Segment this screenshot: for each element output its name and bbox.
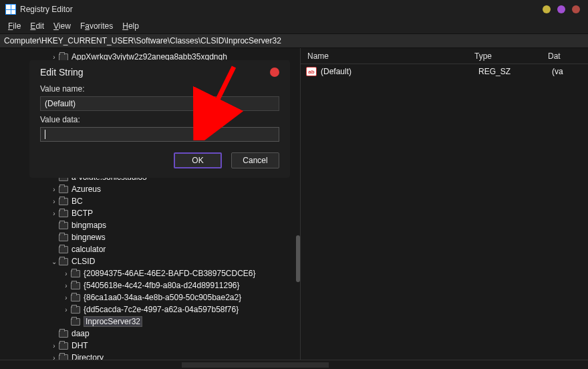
tree-item-label: BC	[71, 197, 83, 206]
folder-icon	[59, 258, 68, 265]
folder-icon	[59, 354, 68, 360]
tree-item-label: {86ca1aa0-34aa-4e8b-a509-50c905bae2a2}	[84, 293, 241, 302]
status-chunk	[182, 362, 329, 368]
tree-item[interactable]: ·bingnews	[0, 231, 300, 243]
value-type: REG_SZ	[478, 67, 552, 76]
tree-item[interactable]: ›{dd5cacda-7c2e-4997-a62a-04a597b58f76}	[0, 303, 300, 316]
address-text: Computer\HKEY_CURRENT_USER\Software\Clas…	[4, 36, 281, 45]
tree-item-label: Directory	[71, 353, 104, 360]
values-pane[interactable]: Name Type Dat ab (Default) REG_SZ (va	[301, 48, 588, 360]
values-header[interactable]: Name Type Dat	[301, 48, 588, 64]
menu-bar: File Edit View Favorites Help	[0, 19, 588, 33]
chevron-none: ·	[49, 234, 59, 241]
chevron-right-icon[interactable]: ›	[49, 342, 59, 350]
tree-item-label: Azureus	[71, 184, 101, 194]
address-bar[interactable]: Computer\HKEY_CURRENT_USER\Software\Clas…	[0, 33, 588, 48]
chevron-none: ·	[49, 222, 59, 229]
chevron-none: ·	[49, 330, 59, 338]
cancel-button[interactable]: Cancel	[231, 152, 279, 168]
folder-icon	[71, 318, 80, 326]
chevron-right-icon[interactable]: ›	[61, 282, 71, 289]
tree-item[interactable]: ·daap	[0, 328, 300, 340]
folder-icon	[59, 234, 68, 241]
ok-button[interactable]: OK	[174, 152, 222, 168]
maximize-button[interactable]	[557, 5, 565, 13]
regedit-icon	[5, 4, 16, 15]
close-button[interactable]	[572, 5, 580, 13]
tree-item[interactable]: ›BC	[0, 195, 300, 207]
chevron-right-icon[interactable]: ›	[61, 294, 71, 301]
col-type[interactable]: Type	[474, 51, 548, 61]
chevron-right-icon[interactable]: ›	[49, 210, 59, 217]
edit-string-dialog: Edit String Value name: Value data: OK C…	[29, 60, 290, 178]
status-bar	[0, 360, 588, 369]
folder-icon	[71, 270, 80, 277]
tree-item-label: {5405618e-4c42-4fb9-a80a-d24d89911296}	[84, 281, 240, 290]
tree-item-label: bingmaps	[71, 221, 106, 230]
tree-item[interactable]: ·bingmaps	[0, 219, 300, 231]
minimize-button[interactable]	[543, 5, 551, 13]
registry-editor-window: Registry Editor File Edit View Favorites…	[0, 0, 588, 369]
chevron-right-icon[interactable]: ›	[49, 186, 59, 193]
folder-icon	[71, 294, 80, 301]
tree-item[interactable]: ›DHT	[0, 340, 300, 352]
chevron-none: ·	[49, 246, 59, 253]
menu-edit[interactable]: Edit	[26, 20, 48, 32]
folder-icon	[59, 342, 68, 350]
col-data[interactable]: Dat	[548, 51, 588, 61]
tree-item[interactable]: ›Azureus	[0, 183, 300, 195]
chevron-right-icon[interactable]: ›	[61, 306, 71, 314]
folder-icon	[59, 330, 68, 338]
folder-icon	[59, 222, 68, 229]
value-name-input[interactable]	[40, 96, 279, 111]
tree-item[interactable]: ›{86ca1aa0-34aa-4e8b-a509-50c905bae2a2}	[0, 291, 300, 303]
tree-item-label: BCTP	[71, 209, 93, 218]
tree-item-label: daap	[71, 329, 90, 338]
col-name[interactable]: Name	[301, 51, 474, 61]
tree-scrollbar[interactable]	[296, 235, 300, 282]
folder-icon	[59, 210, 68, 217]
menu-file[interactable]: File	[4, 20, 25, 32]
menu-favorites[interactable]: Favorites	[76, 20, 117, 32]
chevron-down-icon[interactable]: ⌄	[49, 258, 59, 265]
window-title: Registry Editor	[20, 5, 73, 14]
tree-item[interactable]: ·InprocServer32	[0, 316, 300, 328]
tree-item[interactable]: ›Directory	[0, 352, 300, 360]
menu-view[interactable]: View	[49, 20, 75, 32]
tree-item[interactable]: ›{5405618e-4c42-4fb9-a80a-d24d89911296}	[0, 279, 300, 291]
chevron-right-icon[interactable]: ›	[49, 53, 59, 61]
tree-item[interactable]: ·calculator	[0, 243, 300, 255]
tree-item-label: {dd5cacda-7c2e-4997-a62a-04a597b58f76}	[84, 305, 239, 314]
tree-item-label: bingnews	[71, 233, 106, 242]
value-row[interactable]: ab (Default) REG_SZ (va	[301, 64, 588, 79]
folder-icon	[59, 186, 68, 193]
value-name-label: Value name:	[40, 84, 279, 94]
tree-item-label: {20894375-46AE-46E2-BAFD-CB38975CDCE6}	[84, 269, 256, 278]
title-left: Registry Editor	[5, 4, 73, 15]
dialog-title: Edit String	[40, 67, 84, 78]
value-name: (Default)	[321, 67, 478, 76]
tree-item[interactable]: ›{20894375-46AE-46E2-BAFD-CB38975CDCE6}	[0, 267, 300, 279]
window-controls	[543, 5, 583, 13]
chevron-right-icon[interactable]: ›	[61, 270, 71, 277]
value-data-label: Value data:	[40, 115, 279, 124]
folder-icon	[59, 198, 68, 205]
menu-help[interactable]: Help	[118, 20, 143, 32]
tree-item-label: calculator	[71, 245, 106, 254]
folder-icon	[71, 282, 80, 289]
tree-item-label: CLSID	[71, 257, 95, 266]
folder-icon	[59, 246, 68, 253]
tree-item-label: DHT	[71, 341, 88, 350]
tree-item[interactable]: ›BCTP	[0, 207, 300, 219]
folder-icon	[71, 306, 80, 314]
string-value-icon: ab	[306, 67, 317, 76]
value-data-input[interactable]	[40, 127, 279, 142]
tree-item[interactable]: ⌄CLSID	[0, 255, 300, 267]
chevron-right-icon[interactable]: ›	[49, 198, 59, 205]
chevron-right-icon[interactable]: ›	[49, 354, 59, 360]
title-bar[interactable]: Registry Editor	[0, 0, 588, 19]
value-data: (va	[552, 67, 588, 76]
dialog-close-button[interactable]	[270, 68, 279, 77]
folder-icon	[59, 53, 68, 61]
tree-item-label: InprocServer32	[84, 316, 142, 327]
